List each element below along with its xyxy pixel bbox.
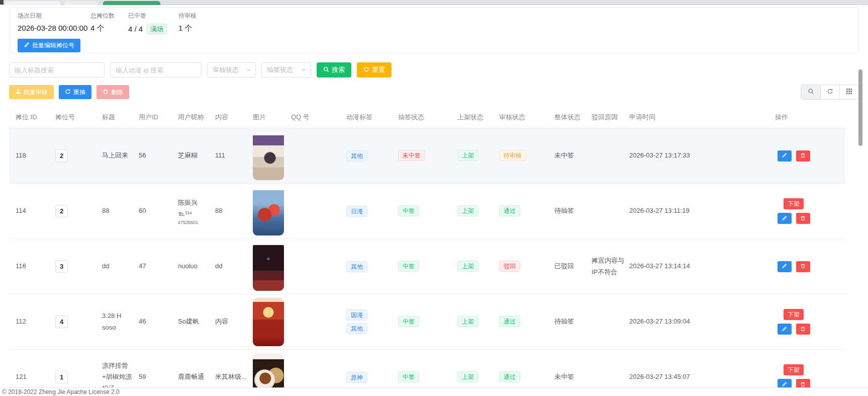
search-button[interactable]: 搜索 [317,62,351,77]
reset-button[interactable]: 重置 [357,62,392,77]
cell-nickname: 陈振兴℡¹³⁴ 27535601 [178,184,215,239]
offshelf-button[interactable]: 下架 [784,198,804,209]
cell-user-id: 56 [139,128,178,184]
cell-booth-id: 114 [9,184,55,239]
column-header: QQ 号 [291,107,346,128]
batch-edit-booth-number-button[interactable]: 批量编辑摊位号 [18,39,80,52]
cell-apply-time: 2026-03-27 13:17:33 [629,128,775,184]
cell-operations: 下架 [775,294,845,350]
action-row: 批量审核 重抽 删除 [9,85,859,100]
search-icon [808,88,814,96]
delete-row-button[interactable] [796,261,810,272]
trash-icon [800,263,806,270]
booth-image-thumbnail[interactable] [253,298,284,346]
booth-image-thumbnail[interactable] [253,187,284,235]
title-search-input[interactable] [9,62,105,77]
scrollbar-thumb[interactable] [858,69,862,146]
redraw-button[interactable]: 重抽 [59,85,91,99]
column-header: 动漫标签 [346,107,398,128]
cell-apply-time: 2026-03-27 13:14:14 [629,239,775,294]
refresh-icon [827,88,833,96]
stat-label: 场次日期 [18,12,90,20]
lottery-status-select[interactable]: 抽签状态 [261,62,311,77]
cell-anime-tags: 其他 [346,239,398,294]
anime-ip-search-input[interactable] [110,62,202,77]
booth-image-thumbnail[interactable] [253,243,284,291]
column-settings-grid-icon-button[interactable] [839,85,858,99]
full-session-badge: 满场 [147,24,167,34]
page-footer: © 2018-2022 Zheng Jie Apache License 2.0 [0,387,868,396]
lottery-status-tag: 中签 [398,371,419,382]
lottery-status-tag: 中签 [398,316,419,327]
audit-status-tag: 通过 [499,371,520,382]
shelf-status-tag: 上架 [457,205,478,216]
delete-button[interactable]: 删除 [97,85,129,99]
edit-button[interactable] [778,261,792,272]
cell-content: dd [215,239,253,294]
cell-content: 88 [215,184,253,239]
delete-row-button[interactable] [796,150,810,162]
booth-image-thumbnail[interactable] [253,132,284,180]
cell-nickname: 芝麻糊 [178,128,215,184]
table-row: 116 3 dd 47 nuoluo dd 其他 中签 上架 驳回 已驳回 摊宣… [9,239,845,294]
edit-button[interactable] [778,213,792,224]
browser-tab-active[interactable] [103,1,160,5]
edit-button[interactable] [778,324,792,335]
audit-status-tag: 通过 [499,316,520,327]
cell-lottery-status: 中签 [398,294,457,350]
audit-status-tag: 驳回 [499,261,520,272]
cell-content: 内容 [215,294,253,350]
batch-edit-label: 批量编辑摊位号 [32,41,74,50]
column-header: 驳回原因 [592,107,629,128]
lottery-status-select-label: 抽签状态 [267,65,293,74]
browser-tab[interactable] [5,1,60,5]
edit-button[interactable] [778,150,792,162]
copyright-text: © 2018-2022 Zheng Jie Apache License 2.0 [2,388,120,395]
stats-row: 场次日期 2026-03-28 00:00:00 总摊位数 4 个 已中签 4 … [18,12,850,34]
toggle-search-icon-button[interactable] [801,85,820,99]
offshelf-button[interactable]: 下架 [784,309,804,320]
stat-value: 4 个 [90,24,128,33]
delete-label: 删除 [111,88,123,97]
column-header: 上架状态 [457,107,499,128]
stat-value: 4 / 4 满场 [128,24,178,34]
audit-status-select-label: 审核状态 [213,65,239,74]
cell-image [253,128,291,184]
stat-won-lottery: 已中签 4 / 4 满场 [128,12,178,34]
trash-icon [800,215,806,222]
cell-lottery-status: 中签 [398,184,457,239]
delete-row-button[interactable] [796,324,810,335]
cell-operations: 下架 [775,184,845,239]
cell-user-id: 47 [139,239,178,294]
offshelf-button[interactable]: 下架 [784,364,804,375]
shelf-status-tag: 上架 [457,150,478,161]
stat-value: 1 个 [178,24,224,33]
search-label: 搜索 [332,65,345,74]
grid-icon [846,88,852,96]
table-body: 118 2 马上回来 56 芝麻糊 111 其他 未中签 上架 待审核 未中签 … [9,128,845,396]
cell-image [253,239,291,294]
column-header: 抽签状态 [398,107,457,128]
column-header: 标题 [102,107,139,128]
refresh-icon [65,89,71,96]
cell-audit-status: 驳回 [499,239,554,294]
stat-label: 总摊位数 [90,12,128,20]
browser-tab[interactable] [64,1,98,5]
anime-tag: 原神 [346,372,367,383]
delete-row-button[interactable] [796,213,810,224]
refresh-table-button[interactable] [820,85,839,99]
pencil-icon [782,215,787,222]
cell-booth-number: 3 [55,239,102,294]
audit-status-select[interactable]: 审核状态 [207,62,256,77]
booth-number-box: 4 [55,315,68,328]
nickname-text: 鹿鹿畅通 [178,371,211,382]
shelf-status-tag: 上架 [457,371,478,382]
cell-title: 88 [102,184,139,239]
table-header-row: 摊位 ID摊位号标题用户ID用户昵称内容图片QQ 号动漫标签抽签状态上架状态审核… [9,107,845,128]
page-content: 场次日期 2026-03-28 00:00:00 总摊位数 4 个 已中签 4 … [0,5,868,396]
batch-audit-button[interactable]: 批量审核 [9,85,54,99]
cell-image [253,184,291,239]
pencil-icon [24,42,30,49]
column-header: 用户ID [139,107,178,128]
table-row: 118 2 马上回来 56 芝麻糊 111 其他 未中签 上架 待审核 未中签 … [9,128,845,184]
